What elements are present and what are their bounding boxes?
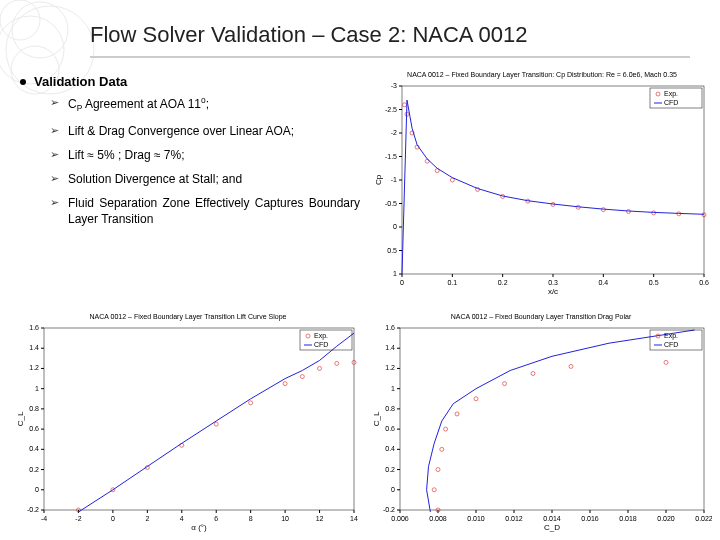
svg-text:-2: -2 bbox=[391, 129, 397, 136]
svg-text:0.022: 0.022 bbox=[695, 515, 712, 522]
svg-text:0.014: 0.014 bbox=[543, 515, 561, 522]
svg-rect-124 bbox=[400, 328, 704, 510]
page-title: Flow Solver Validation – Case 2: NACA 00… bbox=[90, 22, 690, 48]
svg-point-166 bbox=[432, 488, 436, 492]
section-heading: Validation Data bbox=[34, 74, 360, 89]
svg-text:Exp.: Exp. bbox=[664, 90, 678, 98]
svg-text:0: 0 bbox=[391, 486, 395, 493]
bullet-item: Lift & Drag Convergence over Linear AOA; bbox=[54, 123, 360, 147]
svg-text:10: 10 bbox=[281, 515, 289, 522]
bullet-item: Lift ≈ 5% ; Drag ≈ 7%; bbox=[54, 147, 360, 171]
svg-text:8: 8 bbox=[249, 515, 253, 522]
svg-text:0.016: 0.016 bbox=[581, 515, 599, 522]
chart-cp-distribution: NACA 0012 – Fixed Boundary Layer Transit… bbox=[372, 68, 712, 298]
svg-text:C_L: C_L bbox=[372, 411, 381, 426]
svg-text:0.6: 0.6 bbox=[699, 279, 709, 286]
svg-text:-0.2: -0.2 bbox=[27, 506, 39, 513]
svg-text:0: 0 bbox=[393, 223, 397, 230]
svg-text:1: 1 bbox=[393, 270, 397, 277]
svg-text:CFD: CFD bbox=[664, 99, 678, 106]
svg-text:NACA 0012 – Fixed Boundary Lay: NACA 0012 – Fixed Boundary Layer Transit… bbox=[407, 71, 677, 79]
svg-point-111 bbox=[214, 422, 218, 426]
svg-text:-0.2: -0.2 bbox=[383, 506, 395, 513]
svg-text:-1.5: -1.5 bbox=[385, 153, 397, 160]
svg-text:1.2: 1.2 bbox=[385, 364, 395, 371]
svg-text:-3: -3 bbox=[391, 82, 397, 89]
svg-text:Exp.: Exp. bbox=[664, 332, 678, 340]
svg-text:0.4: 0.4 bbox=[385, 445, 395, 452]
svg-text:Exp.: Exp. bbox=[314, 332, 328, 340]
svg-point-175 bbox=[664, 360, 668, 364]
svg-point-170 bbox=[455, 412, 459, 416]
bullet-icon bbox=[20, 79, 26, 85]
svg-text:6: 6 bbox=[214, 515, 218, 522]
svg-text:0.6: 0.6 bbox=[385, 425, 395, 432]
svg-text:0.8: 0.8 bbox=[385, 405, 395, 412]
svg-point-41 bbox=[403, 103, 407, 107]
svg-rect-64 bbox=[44, 328, 354, 510]
svg-text:NACA 0012 – Fixed Boundary Lay: NACA 0012 – Fixed Boundary Layer Transit… bbox=[90, 313, 287, 321]
svg-text:1.4: 1.4 bbox=[29, 344, 39, 351]
svg-point-0 bbox=[0, 0, 40, 40]
svg-text:0.2: 0.2 bbox=[29, 466, 39, 473]
svg-text:-0.5: -0.5 bbox=[385, 200, 397, 207]
svg-text:0.010: 0.010 bbox=[467, 515, 485, 522]
svg-point-171 bbox=[474, 397, 478, 401]
svg-text:0.4: 0.4 bbox=[598, 279, 608, 286]
svg-text:α (°): α (°) bbox=[191, 523, 207, 532]
svg-text:0.5: 0.5 bbox=[649, 279, 659, 286]
svg-text:0.2: 0.2 bbox=[385, 466, 395, 473]
svg-point-173 bbox=[531, 372, 535, 376]
svg-text:0: 0 bbox=[35, 486, 39, 493]
svg-text:0.4: 0.4 bbox=[29, 445, 39, 452]
svg-point-114 bbox=[300, 375, 304, 379]
bullet-item: Solution Divergence at Stall; and bbox=[54, 171, 360, 195]
bullet-list: CP Agreement at AOA 11o; Lift & Drag Con… bbox=[20, 95, 360, 236]
svg-point-167 bbox=[436, 468, 440, 472]
bullet-item: CP Agreement at AOA 11o; bbox=[54, 95, 360, 123]
svg-point-172 bbox=[503, 382, 507, 386]
svg-text:0.006: 0.006 bbox=[391, 515, 409, 522]
svg-point-168 bbox=[440, 447, 444, 451]
svg-text:NACA 0012 – Fixed Boundary Lay: NACA 0012 – Fixed Boundary Layer Transit… bbox=[451, 313, 632, 321]
svg-text:CFD: CFD bbox=[664, 341, 678, 348]
svg-point-116 bbox=[335, 361, 339, 365]
svg-text:1: 1 bbox=[35, 385, 39, 392]
svg-text:0.1: 0.1 bbox=[447, 279, 457, 286]
svg-text:C_D: C_D bbox=[544, 523, 560, 532]
svg-text:0.2: 0.2 bbox=[498, 279, 508, 286]
svg-text:1: 1 bbox=[391, 385, 395, 392]
chart-lift-curve: NACA 0012 – Fixed Boundary Layer Transit… bbox=[14, 310, 362, 534]
svg-text:Cp: Cp bbox=[374, 174, 383, 185]
svg-text:0.012: 0.012 bbox=[505, 515, 523, 522]
chart-drag-polar: NACA 0012 – Fixed Boundary Layer Transit… bbox=[370, 310, 712, 534]
svg-point-115 bbox=[318, 366, 322, 370]
svg-text:0.018: 0.018 bbox=[619, 515, 637, 522]
svg-text:-2.5: -2.5 bbox=[385, 106, 397, 113]
svg-point-112 bbox=[249, 401, 253, 405]
svg-text:12: 12 bbox=[316, 515, 324, 522]
svg-text:0.8: 0.8 bbox=[29, 405, 39, 412]
svg-text:2: 2 bbox=[145, 515, 149, 522]
svg-point-119 bbox=[306, 334, 310, 338]
svg-text:1.6: 1.6 bbox=[29, 324, 39, 331]
validation-text-block: Validation Data CP Agreement at AOA 11o;… bbox=[20, 70, 360, 236]
svg-text:x/c: x/c bbox=[548, 287, 558, 296]
svg-text:1.2: 1.2 bbox=[29, 364, 39, 371]
svg-rect-6 bbox=[402, 86, 704, 274]
svg-text:0: 0 bbox=[111, 515, 115, 522]
svg-text:0.3: 0.3 bbox=[548, 279, 558, 286]
svg-point-169 bbox=[444, 427, 448, 431]
svg-text:4: 4 bbox=[180, 515, 184, 522]
svg-text:1.6: 1.6 bbox=[385, 324, 395, 331]
svg-point-59 bbox=[656, 92, 660, 96]
svg-text:0.5: 0.5 bbox=[387, 247, 397, 254]
svg-text:1.4: 1.4 bbox=[385, 344, 395, 351]
svg-text:-4: -4 bbox=[41, 515, 47, 522]
svg-text:0.6: 0.6 bbox=[29, 425, 39, 432]
svg-text:CFD: CFD bbox=[314, 341, 328, 348]
svg-point-113 bbox=[283, 382, 287, 386]
svg-text:0.020: 0.020 bbox=[657, 515, 675, 522]
svg-text:14: 14 bbox=[350, 515, 358, 522]
svg-text:0: 0 bbox=[400, 279, 404, 286]
